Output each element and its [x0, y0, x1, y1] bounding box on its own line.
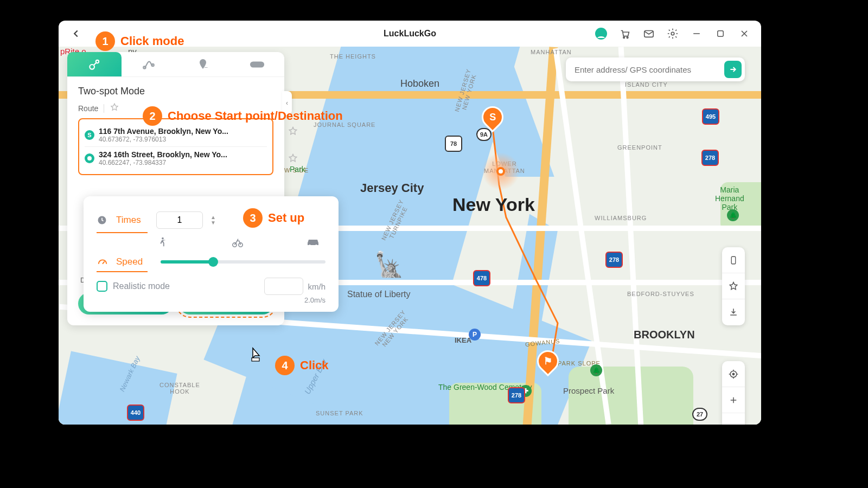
times-label: Times [116, 215, 149, 226]
poi-park-icon: 🌲 [590, 364, 602, 376]
tool-favorite-icon[interactable] [722, 273, 745, 299]
shield-27: 27 [692, 408, 707, 421]
shield-278b: 278 [605, 252, 623, 268]
car-icon [306, 236, 319, 249]
route-stop-start[interactable]: S 116 7th Avenue, Brooklyn, New Yo... 40… [85, 124, 267, 146]
speed-row: Speed [97, 251, 326, 273]
map-text-jersey: Jersey City [360, 181, 424, 195]
tool-device-icon[interactable] [722, 247, 745, 273]
realistic-checkbox[interactable] [97, 281, 107, 292]
svg-point-20 [309, 245, 311, 247]
cycle-icon [231, 236, 244, 249]
svg-point-11 [96, 60, 99, 62]
map-text-prospect: Prospect Park [563, 386, 614, 395]
start-pin-icon: S [85, 130, 94, 140]
tool-download-icon[interactable] [722, 299, 745, 325]
map-text-williamsburg: WILLIAMSBURG [595, 215, 647, 221]
poi-tree-icon: 🌲 [727, 209, 739, 221]
shield-78: 78 [445, 136, 462, 152]
svg-point-21 [315, 245, 317, 247]
marker-start[interactable]: S [482, 106, 503, 128]
svg-rect-7 [731, 256, 736, 264]
tab-multi-spot[interactable] [122, 52, 176, 76]
svg-text:–: – [205, 64, 208, 70]
side-tools-secondary [722, 361, 745, 425]
current-location [482, 152, 520, 190]
route-favorite-icon[interactable] [110, 102, 119, 114]
poi-ikea-icon: P [469, 329, 481, 341]
tool-locate-icon[interactable] [722, 361, 745, 387]
times-input[interactable] [156, 211, 203, 229]
map-text-greenpoint: GREENPOINT [617, 144, 662, 151]
svg-point-3 [627, 37, 628, 38]
svg-rect-15 [250, 61, 264, 67]
search-go-button[interactable] [724, 61, 742, 78]
titlebar: LuckLuckGo [59, 21, 761, 47]
route-label: Route [78, 104, 98, 113]
fav-end-icon[interactable] [288, 153, 298, 166]
settings-icon[interactable] [666, 27, 680, 41]
realistic-label: Realistic mode [113, 281, 170, 291]
mode-title: Two-spot Mode [78, 86, 273, 97]
shield-9a: 9A [476, 128, 492, 141]
account-icon[interactable] [594, 27, 608, 41]
end-address: 324 16th Street, Brooklyn, New Yo... [99, 150, 253, 159]
map-text-maria: Maria Hernand Park [715, 185, 744, 211]
kmh-unit: km/h [308, 282, 326, 291]
walk-icon [156, 236, 169, 249]
gauge-icon [97, 256, 108, 268]
start-address: 116 7th Avenue, Brooklyn, New Yo... [99, 127, 253, 136]
map-text-island: ISLAND CITY [625, 81, 668, 88]
mail-icon[interactable] [642, 27, 656, 41]
shield-478: 478 [473, 270, 490, 286]
shield-440: 440 [127, 404, 144, 421]
minimize-button[interactable] [690, 27, 704, 41]
map-text-sunset: SUNSET PARK [316, 410, 363, 416]
map-text-journal: JOURNAL SQUARE [314, 121, 375, 128]
shield-278c: 278 [508, 387, 525, 403]
marker-end[interactable]: ⚑ [537, 350, 559, 372]
start-coords: 40.673672, -73.976013 [99, 136, 253, 143]
tab-teleport[interactable]: – [176, 52, 230, 76]
svg-point-17 [162, 237, 164, 240]
zoom-in-button[interactable] [722, 387, 745, 413]
ms-label: 2.0m/s [97, 296, 326, 304]
end-pin-icon [85, 153, 94, 163]
map-text-bedstuy: BEDFORD-STUYVES [627, 291, 694, 297]
svg-rect-6 [718, 31, 724, 37]
search-input[interactable] [575, 65, 724, 74]
app-title: LuckLuckGo [384, 29, 436, 38]
map-text-park: Park [290, 165, 305, 174]
app-window: LuckLuckGo [59, 21, 761, 425]
close-button[interactable] [737, 27, 751, 41]
poi-liberty-icon: 🗽 [374, 251, 404, 279]
cart-icon[interactable] [618, 27, 632, 41]
route-card: S 116 7th Avenue, Brooklyn, New Yo... 40… [78, 118, 273, 175]
svg-point-1 [599, 30, 603, 34]
times-spinner[interactable]: ▲▼ [210, 215, 216, 226]
end-coords: 40.662247, -73.984337 [99, 159, 253, 166]
svg-point-2 [623, 37, 625, 38]
tab-two-spot[interactable] [67, 52, 122, 76]
map-text-manhattan: MANHATTAN [531, 49, 572, 55]
back-button[interactable] [68, 26, 84, 41]
speed-value-input[interactable] [264, 278, 303, 295]
shield-278a: 278 [701, 150, 719, 166]
map-text-brooklyn: BROOKLYN [634, 329, 695, 341]
fav-start-icon[interactable] [288, 126, 298, 139]
tab-joystick[interactable] [230, 52, 284, 76]
maximize-button[interactable] [713, 27, 727, 41]
svg-point-10 [90, 65, 94, 69]
map-area[interactable]: pRite o ny THE HEIGHTS MANHATTAN Hoboken… [59, 47, 761, 425]
speed-slider[interactable] [161, 260, 326, 264]
times-row: Times ▲▼ [97, 206, 326, 234]
map-text-hoboken: Hoboken [400, 78, 439, 89]
map-text-newyork: New York [452, 194, 535, 215]
map-text-constable: CONSTABLE HOOK [159, 382, 200, 395]
search-box [566, 57, 745, 81]
svg-point-5 [671, 32, 674, 35]
setup-card: Times ▲▼ Speed Realistic mode [84, 196, 339, 312]
route-stop-end[interactable]: 324 16th Street, Brooklyn, New Yo... 40.… [85, 146, 267, 170]
zoom-out-button[interactable] [722, 413, 745, 425]
clock-icon [97, 215, 108, 226]
